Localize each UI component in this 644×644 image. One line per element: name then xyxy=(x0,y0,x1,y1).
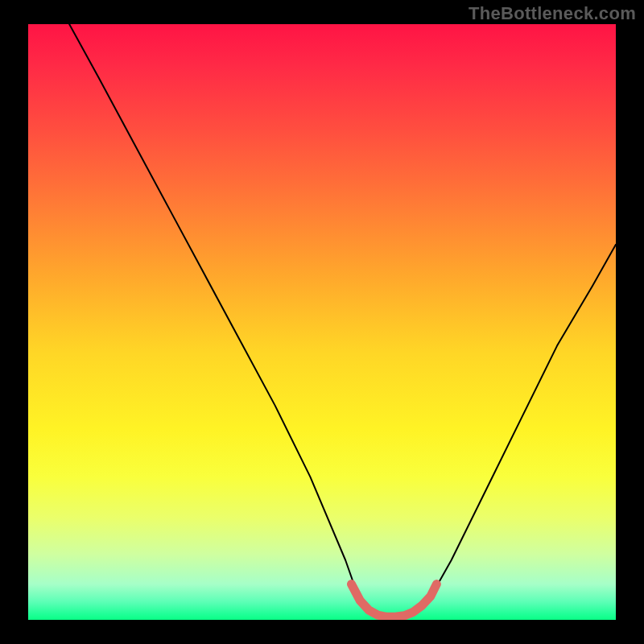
bottleneck-curve xyxy=(28,24,616,620)
watermark-text: TheBottleneck.com xyxy=(469,3,636,24)
bottleneck-curve-left xyxy=(69,24,360,602)
bottleneck-valley-highlight xyxy=(352,584,437,617)
bottleneck-curve-right xyxy=(427,245,616,602)
chart-frame: TheBottleneck.com xyxy=(0,0,644,644)
plot-area xyxy=(28,24,616,620)
